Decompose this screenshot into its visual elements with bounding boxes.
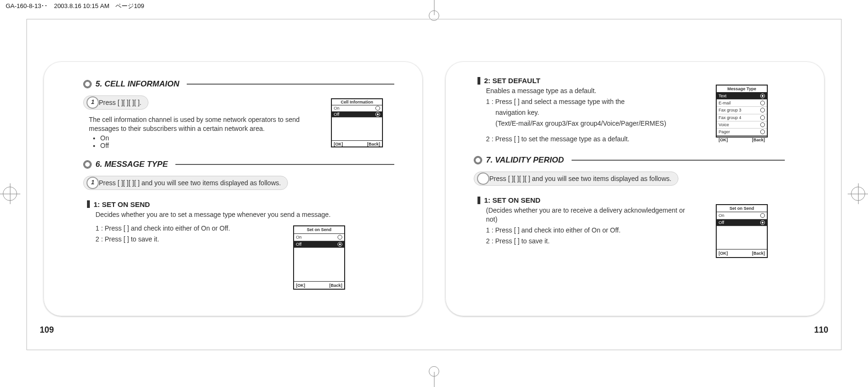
section-6-sub1-title: 1: SET ON SEND — [94, 200, 150, 208]
screen-msg-pager: Pager — [719, 129, 730, 135]
registration-left-icon — [3, 187, 17, 201]
bullet-ring-icon — [83, 160, 92, 169]
screen-sos-row-on: On — [294, 234, 344, 241]
screen-sos2-row-off: Off — [717, 219, 767, 226]
bar-icon — [87, 200, 90, 208]
page-number-right: 110 — [814, 325, 828, 335]
radio-icon — [375, 106, 380, 111]
set-default-header: 2: SET DEFAULT — [477, 77, 785, 85]
screen-cell-on: On — [334, 106, 339, 111]
screen-msg-email: E-mail — [719, 100, 731, 106]
screen-sos-title: Set on Send — [294, 226, 344, 233]
radio-icon — [760, 108, 765, 112]
screen-cell-back: [Back] — [367, 142, 380, 146]
crop-circle-bottom — [429, 366, 439, 377]
radio-icon — [760, 115, 765, 120]
screen-msg-ok: [OK] — [719, 137, 728, 143]
radio-selected-icon — [338, 242, 342, 247]
screen-sos2-ok: [OK] — [719, 250, 728, 256]
set-default-row1a: 1 : Press [ ] and select a message type … — [486, 97, 689, 106]
screen-msg-row1: Text — [717, 93, 767, 100]
screen-cell-row-off: Off — [332, 112, 382, 118]
screen-msg-fax4: Fax group 4 — [719, 115, 741, 120]
screen-sos2-row-on: On — [717, 212, 767, 219]
screen-cell-row-on: On — [332, 105, 382, 112]
screen-msg-footer: [OK] [Back] — [717, 136, 767, 144]
screen-cell-title: Cell Information — [332, 99, 382, 105]
set-default-body: Enables a message type as a default. — [486, 86, 689, 95]
section-6-title: 6. MESSAGE TYPE — [95, 160, 168, 169]
screen-sos-row-off: Off — [294, 241, 344, 248]
section-6-sub1-header: 1: SET ON SEND — [87, 200, 394, 208]
radio-icon — [760, 213, 765, 218]
radio-icon — [338, 235, 342, 240]
screen-sos2-title: Set on Send — [717, 205, 767, 212]
radio-icon — [375, 112, 380, 117]
section-7-rule — [572, 160, 785, 161]
section-7-step-text: Press [ ][ ][ ][ ] and you will see two … — [489, 175, 671, 182]
screen-msg-row2: E-mail — [717, 100, 767, 107]
section-6-sub1-body: Decides whether you are to set a message… — [95, 210, 341, 219]
screen-msg-back: [Back] — [752, 137, 765, 143]
screen-msg-row4: Fax group 4 — [717, 114, 767, 121]
screen-cell-ok: [OK] — [334, 142, 343, 146]
screen-set-on-send-left: Set on Send On Off [OK] [Back] — [293, 225, 345, 290]
section-5-header: 5. CELL INFORMAION — [83, 79, 394, 89]
section-7-sub1-body: (Decides whether you are to receive a de… — [486, 206, 689, 224]
bar-icon — [477, 197, 480, 204]
section-5-step: 1 Press [ ][ ][ ][ ]. — [83, 95, 148, 110]
section-7-row1: 1 : Press [ ] and check into either of O… — [486, 226, 689, 235]
print-mark: GA-160-8-13･･ 2003.8.16 10:15 AM ページ109 — [6, 2, 144, 10]
set-default-row2: 2 : Press [ ] to set the message type as… — [486, 135, 689, 144]
screen-sos2-back: [Back] — [752, 250, 765, 256]
section-7-header: 7. VALIDITY PERIOD — [474, 155, 785, 165]
page-number-left: 109 — [40, 325, 54, 335]
screen-msg-row6: Pager — [717, 129, 767, 136]
step-number-1: 1 — [87, 96, 99, 109]
screen-msg-row3: Fax group 3 — [717, 107, 767, 114]
screen-sos-off: Off — [296, 241, 302, 247]
radio-selected-icon — [760, 220, 765, 225]
screen-msg-voice: Voice — [719, 122, 729, 128]
set-default-row1b: navigation key. — [495, 108, 689, 117]
page-right: 110 2: SET DEFAULT Enables a message typ… — [445, 61, 825, 316]
set-default-row1c: (Text/E-mail/Fax group3/Fax group4/Voice… — [495, 119, 689, 128]
radio-icon — [760, 122, 765, 127]
screen-msg-text: Text — [719, 93, 727, 99]
screen-cell-footer: [OK] [Back] — [332, 140, 382, 147]
bullet-ring-icon — [474, 156, 482, 164]
screen-sos-on: On — [296, 234, 302, 240]
screen-msg-fax3: Fax group 3 — [719, 107, 741, 113]
screen-message-type: Message Type Text E-mail Fax group 3 Fax… — [716, 85, 768, 138]
screen-sos2-off: Off — [719, 220, 724, 225]
page-root: GA-160-8-13･･ 2003.8.16 10:15 AM ページ109 … — [0, 0, 868, 387]
section-7-sub1-title: 1: SET ON SEND — [484, 196, 540, 204]
screen-sos2-on: On — [719, 213, 724, 218]
screen-sos-footer: [OK] [Back] — [294, 281, 344, 289]
bar-icon — [477, 77, 480, 85]
screen-cell-information: Cell Information On Off [OK] [Back] — [331, 98, 383, 147]
section-5-rule — [187, 84, 394, 85]
section-6-step-text: Press [ ][ ][ ][ ] and you will see two … — [99, 179, 281, 187]
screen-msg-title: Message Type — [717, 86, 767, 93]
section-5-step-text: Press [ ][ ][ ][ ]. — [99, 99, 141, 106]
screen-set-on-send-right: Set on Send On Off [OK] [Back] — [716, 204, 768, 258]
section-7-sub1-header: 1: SET ON SEND — [477, 196, 785, 204]
section-7-row2: 2 : Press [ ] to save it. — [486, 237, 689, 246]
section-5-body: The cell information channel is used by … — [89, 115, 325, 133]
screen-sos-ok: [OK] — [296, 283, 305, 288]
registration-right-icon — [851, 187, 865, 201]
section-6-step: 1 Press [ ][ ][ ][ ] and you will see tw… — [83, 176, 288, 190]
set-default-title: 2: SET DEFAULT — [484, 77, 540, 85]
screen-sos2-footer: [OK] [Back] — [717, 249, 767, 257]
section-6-rule — [175, 164, 394, 165]
screen-msg-row5: Voice — [717, 121, 767, 129]
radio-icon — [760, 101, 765, 105]
radio-icon — [760, 129, 765, 134]
spread: 109 5. CELL INFORMAION 1 Press [ ][ ][ ]… — [43, 61, 825, 316]
bullet-ring-icon — [83, 80, 92, 88]
screen-sos-back: [Back] — [329, 283, 342, 288]
screen-cell-off: Off — [334, 112, 339, 117]
section-5-title: 5. CELL INFORMAION — [95, 79, 179, 89]
step-number-blank — [477, 172, 489, 185]
